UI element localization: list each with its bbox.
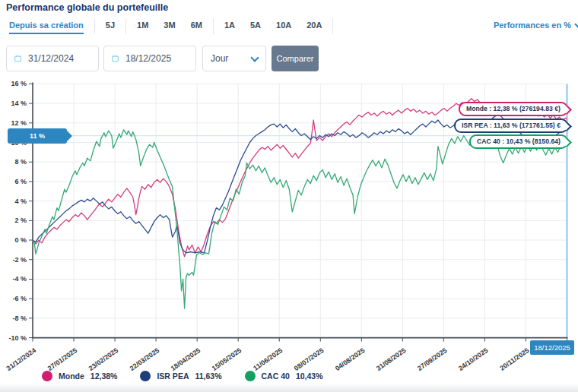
x-tick-label: 27/01/2025 [46,346,79,372]
y-tick-label: 4 % [14,198,27,205]
compare-button[interactable]: Comparer [272,46,319,71]
date-to-input[interactable] [125,53,188,64]
bottom-fade-strip [0,384,578,392]
date-from-input[interactable] [28,53,91,64]
x-tick-label: 24/10/2025 [457,346,490,372]
x-tick-label: 20/11/2025 [498,346,530,372]
tooltip-monde: Monde : 12,38 % (276194.83 €) [459,102,568,116]
performances-unit-toggle[interactable]: Performances en % [494,21,578,30]
tab-20a[interactable]: 20A [306,18,322,33]
interval-select-value: Jour [211,53,228,64]
y-tick-label: 2 % [14,217,27,224]
legend-name: ISR PEA [157,371,189,381]
tooltip-cac-40: CAC 40 : 10,43 % (8150.64) [469,134,568,149]
y-tick-label: 6 % [14,178,27,185]
tab-3m[interactable]: 3M [164,18,175,33]
legend-dot-icon [42,371,52,381]
x-tick-label: 23/02/2025 [87,346,120,372]
x-tick-label: 08/07/2025 [293,346,326,372]
tab-10a[interactable]: 10A [276,18,291,33]
x-tick-label: 11/06/2025 [252,346,284,372]
tab-6m[interactable]: 6M [191,18,202,33]
legend-name: CAC 40 [262,371,290,381]
tooltip-monde-label: Monde : 12,38 % (276194.83 €) [466,105,561,112]
y-tick-label: 8 % [14,158,27,166]
x-tick-label: 31/08/2025 [375,346,408,372]
tab-1a[interactable]: 1A [224,18,235,33]
legend: Monde12,38%ISR PEA11,63%CAC 4010,43% [42,371,323,381]
performances-unit-label: Performances en % [494,21,571,30]
legend-value: 11,63% [195,371,221,381]
y-tick-label: -10 % [8,334,27,342]
chevron-down-icon [250,53,259,62]
tab-group: 5J [95,18,126,34]
x-tick-label: 18/04/2025 [170,346,202,372]
y-tick-label: 12 % [11,119,27,127]
x-tick-label: 27/09/2025 [416,346,449,372]
y-tick-label: -8 % [12,315,27,322]
range-tabs: Depuis sa création5J1M3M6M1A5A10A20A [6,18,333,34]
comparison-controls: Jour Comparer [6,46,319,71]
tab-5j[interactable]: 5J [106,18,115,33]
y-tick-label: 0 % [14,236,27,244]
legend-dot-icon [140,371,151,381]
tab-5a[interactable]: 5A [250,18,261,33]
date-to-field[interactable] [103,46,196,71]
tab-depuis-sa-cr-ation[interactable]: Depuis sa création [9,18,84,34]
x-axis-current-badge: 18/12/2025 [530,340,574,355]
interval-select[interactable]: Jour [202,46,266,71]
tooltip-cac-40-label: CAC 40 : 10,43 % (8150.64) [477,138,561,145]
tab-group: 1A5A10A20A [214,18,334,34]
calendar-icon [112,53,119,64]
calendar-icon [14,53,21,64]
legend-value: 10,43% [296,371,323,381]
x-tick-label: 04/08/2025 [334,346,367,372]
y-axis-current-badge: 11 % [8,128,67,144]
date-from-field[interactable] [6,46,99,71]
legend-item-monde[interactable]: Monde12,38% [42,371,117,381]
y-tick-label: -6 % [12,295,27,302]
y-tick-label: -2 % [12,256,27,264]
chevron-down-icon [574,20,578,28]
y-tick-label: 14 % [11,100,27,107]
legend-name: Monde [59,371,84,381]
legend-item-isr[interactable]: ISR PEA11,63% [140,371,221,381]
legend-value: 12,38% [91,371,118,381]
y-tick-label: -4 % [12,275,27,283]
x-tick-label: 15/05/2025 [211,346,243,372]
tab-group: 1M3M6M [126,18,214,34]
legend-dot-icon [245,371,256,381]
y-tick-label: 16 % [11,80,27,87]
tooltip-isr-pea-label: ISR PEA : 11,63 % (171761.55) € [462,122,561,129]
tooltip-isr-pea: ISR PEA : 11,63 % (171761.55) € [454,119,568,133]
x-tick-label: 31/12/2024 [5,346,38,372]
x-tick-label: 22/03/2025 [129,346,161,372]
legend-item-cac[interactable]: CAC 4010,43% [245,371,323,381]
page-title: Performance globale du portefeuille [6,2,168,13]
tab-group: Depuis sa création [6,18,95,34]
tab-1m[interactable]: 1M [137,18,148,33]
